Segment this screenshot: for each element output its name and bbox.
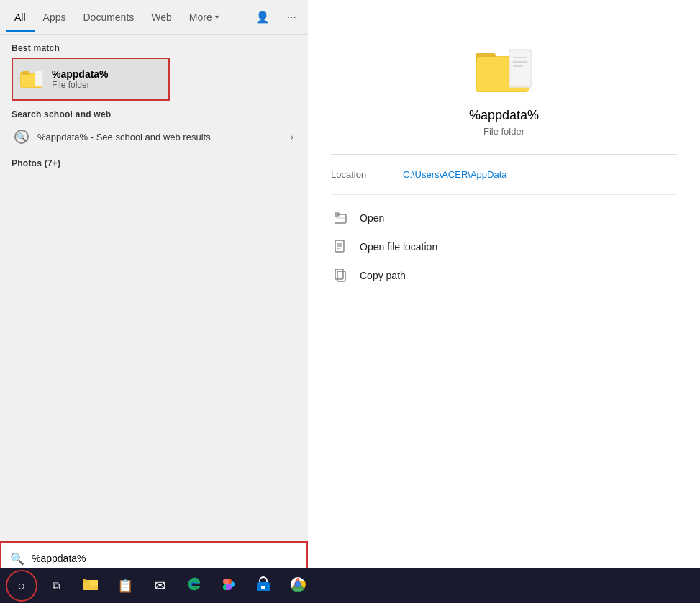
folder-icon [20,68,43,91]
svg-rect-28 [261,586,265,589]
edge-icon [186,576,202,596]
action-open-file-location[interactable]: Open file location [331,232,677,261]
action-open[interactable]: Open [331,204,677,232]
svg-rect-21 [335,269,343,279]
location-label: Location [331,169,403,180]
best-match-item[interactable]: %appdata% File folder [12,58,170,101]
taskbar-store[interactable] [247,570,279,602]
best-match-title: %appdata% [52,68,109,80]
feedback-button[interactable]: 👤 [253,7,273,27]
taskbar-search-button[interactable]: ○ [6,570,37,602]
svg-rect-20 [337,271,345,281]
taskbar-figma[interactable] [213,570,245,602]
search-input[interactable] [32,553,298,564]
figma-icon [222,576,236,596]
search-bar-icon: 🔍 [10,552,24,566]
photos-label: Photos (7+) [12,158,296,168]
feedback-icon: 👤 [255,11,270,23]
web-search-text: %appdata% - See school and web results [37,132,290,142]
action-open-label: Open [360,212,384,224]
taskbar: ○ ⧉ 📋 ✉ [0,568,700,603]
taskbar-chrome[interactable] [282,570,314,602]
circle-icon: ○ [18,579,26,594]
chevron-down-icon: ▾ [215,13,219,21]
tab-web[interactable]: Web [142,3,181,32]
folder-preview: %appdata% File folder [331,17,677,155]
taskbar-notepad[interactable]: 📋 [109,570,141,602]
notepad-icon: 📋 [117,578,133,594]
best-match-subtitle: File folder [52,80,109,90]
taskbar-edge[interactable] [178,570,210,602]
action-copy-path[interactable]: Copy path [331,261,677,290]
tab-documents[interactable]: Documents [74,3,142,32]
actions-list: Open Open file location Copy path [331,195,677,299]
task-view-icon: ⧉ [53,579,60,592]
email-icon: ✉ [155,578,165,594]
search-content: Best match %appdata% File folder Search … [0,35,308,576]
detail-folder-type: File folder [483,126,524,137]
svg-rect-3 [22,71,29,75]
tab-all[interactable]: All [6,3,35,32]
photos-section: Photos (7+) [12,158,296,168]
store-icon [256,576,271,596]
web-search-label: Search school and web [12,109,296,119]
folder-open-icon [334,211,348,225]
ellipsis-icon: ··· [287,11,296,23]
chevron-right-icon: › [290,131,294,142]
svg-rect-5 [35,71,42,86]
taskbar-file-explorer[interactable] [75,570,106,602]
best-match-info: %appdata% File folder [52,68,109,90]
tab-apps[interactable]: Apps [35,3,75,32]
svg-rect-25 [83,586,98,590]
folder-large-icon [476,46,533,96]
tab-more[interactable]: More ▾ [181,3,227,32]
best-match-label: Best match [12,43,296,53]
tabs-row: All Apps Documents Web More ▾ 👤 ··· [0,0,308,35]
svg-rect-10 [510,50,530,86]
web-search-item[interactable]: 🔍 %appdata% - See school and web results… [12,124,296,150]
detail-panel: %appdata% File folder Location C:\Users\… [308,0,700,576]
header-icons: 👤 ··· [253,7,302,27]
svg-rect-23 [83,579,86,582]
detail-folder-name: %appdata% [469,108,539,123]
file-explorer-icon [83,576,99,596]
taskbar-email[interactable]: ✉ [144,570,176,602]
location-row: Location C:\Users\ACER\AppData [331,155,677,195]
location-path[interactable]: C:\Users\ACER\AppData [403,169,507,180]
action-open-file-location-label: Open file location [360,241,437,253]
svg-point-32 [296,581,301,586]
search-icon: 🔍 [14,130,29,144]
search-panel: All Apps Documents Web More ▾ 👤 ··· Best… [0,0,308,576]
copy-icon [334,268,348,283]
action-copy-path-label: Copy path [360,270,406,281]
file-location-icon [334,240,348,254]
more-options-button[interactable]: ··· [284,7,299,27]
taskbar-task-view[interactable]: ⧉ [40,570,72,602]
chrome-icon [290,576,306,596]
web-search-section: Search school and web 🔍 %appdata% - See … [12,109,296,150]
